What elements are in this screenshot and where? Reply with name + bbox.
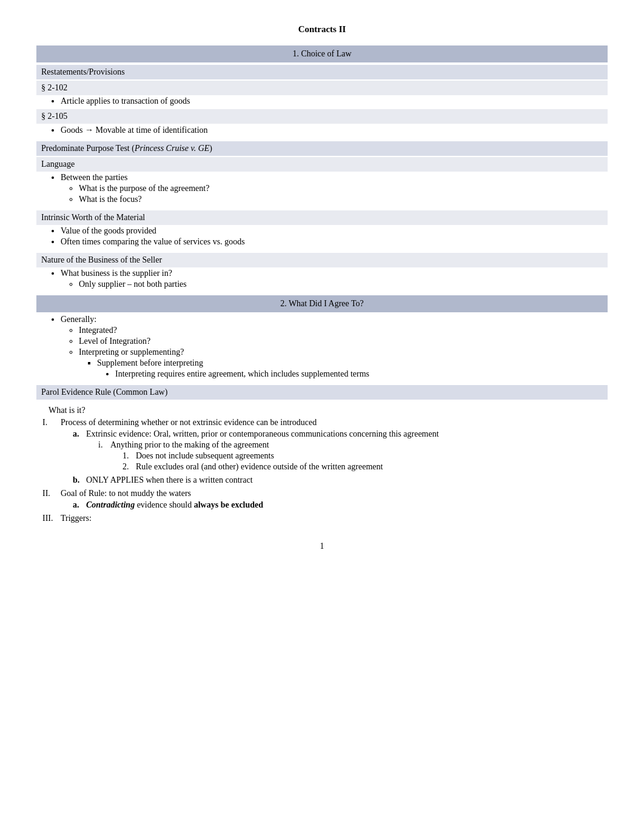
- list-item: What is the purpose of the agreement?: [79, 184, 608, 193]
- roman-i-text: Anything prior to the making of the agre…: [110, 440, 269, 449]
- roman-I-text: Process of determining whether or not ex…: [61, 418, 317, 427]
- section-2-105-content: Goods → Movable at time of identificatio…: [36, 125, 608, 135]
- intrinsic-worth-content: Value of the goods provided Often times …: [36, 226, 608, 247]
- list-item: Generally: Integrated? Level of Integrat…: [61, 315, 608, 379]
- section-2: 2. What Did I Agree To? Generally: Integ…: [36, 295, 608, 523]
- section-2-105-label: § 2-105: [36, 109, 608, 124]
- section-2-header: 2. What Did I Agree To?: [36, 295, 608, 312]
- list-item: What is the focus?: [79, 195, 608, 204]
- intrinsic-worth-label: Intrinsic Worth of the Material: [36, 210, 608, 225]
- predominate-header: Predominate Purpose Test (Princess Cruis…: [36, 141, 608, 156]
- page-number: 1: [36, 542, 608, 551]
- list-item: Only supplier – not both parties: [79, 280, 608, 289]
- parol-roman-I: I. Process of determining whether or not…: [36, 418, 608, 486]
- alpha-b-text: ONLY APPLIES when there is a written con…: [86, 475, 253, 485]
- parol-roman-III: III. Triggers:: [36, 514, 608, 523]
- generally-content: Generally: Integrated? Level of Integrat…: [36, 315, 608, 379]
- numbered-2: 2. Rule excludes oral (and other) eviden…: [122, 462, 383, 472]
- nature-business-label: Nature of the Business of the Seller: [36, 253, 608, 267]
- list-item: Value of the goods provided: [61, 226, 608, 236]
- list-item: Interpreting or supplementing? Supplemen…: [79, 347, 608, 379]
- language-content: Between the parties What is the purpose …: [36, 173, 608, 204]
- numbered-1: 1. Does not include subsequent agreement…: [122, 451, 383, 461]
- list-item: Supplement before interpreting Interpret…: [97, 358, 608, 379]
- parol-roman-II: II. Goal of Rule: to not muddy the water…: [36, 489, 608, 511]
- alpha-a-text: Extrinsic evidence: Oral, written, prior…: [86, 429, 439, 438]
- language-label: Language: [36, 157, 608, 172]
- what-is-it-label: What is it?: [36, 406, 608, 415]
- list-item: Interpreting requires entire agreement, …: [115, 369, 608, 379]
- roman-III-text: Triggers:: [61, 514, 92, 523]
- section-1-header: 1. Choice of Law: [36, 45, 608, 62]
- parol-evidence-header: Parol Evidence Rule (Common Law): [36, 385, 608, 400]
- list-item: Goods → Movable at time of identificatio…: [61, 125, 608, 135]
- page-title: Contracts II: [36, 24, 608, 35]
- list-item: Integrated?: [79, 326, 608, 335]
- roman-II-text: Goal of Rule: to not muddy the waters: [61, 489, 191, 498]
- list-item: Between the parties What is the purpose …: [61, 173, 608, 204]
- section-1: 1. Choice of Law Restatements/Provisions…: [36, 45, 608, 289]
- restatements-subheader: Restatements/Provisions: [36, 65, 608, 79]
- nature-business-content: What business is the supplier in? Only s…: [36, 269, 608, 289]
- alpha-a-contradicting: Contradicting evidence should always be …: [86, 500, 263, 510]
- list-item: What business is the supplier in? Only s…: [61, 269, 608, 289]
- list-item: Level of Integration?: [79, 337, 608, 346]
- list-item: Article applies to transaction of goods: [61, 96, 608, 106]
- section-2-102-content: Article applies to transaction of goods: [36, 96, 608, 106]
- section-2-102-label: § 2-102: [36, 81, 608, 95]
- list-item: Often times comparing the value of servi…: [61, 237, 608, 247]
